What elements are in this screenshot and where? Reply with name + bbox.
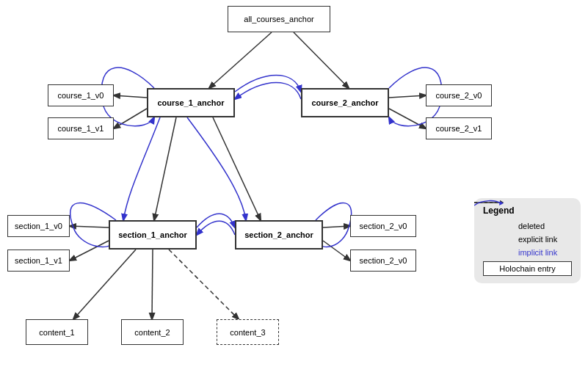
svg-line-5 — [389, 109, 426, 128]
svg-line-2 — [114, 95, 147, 98]
section-2-v0-top-node: section_2_v0 — [350, 215, 416, 237]
section-2-v0-bot-node: section_2_v0 — [350, 250, 416, 272]
course-1-v1-node: course_1_v1 — [48, 117, 114, 139]
svg-line-8 — [70, 226, 109, 227]
explicit-line-icon — [483, 235, 512, 244]
legend-implicit-label: implicit link — [518, 248, 557, 257]
content-1-node: content_1 — [26, 319, 88, 345]
legend-deleted: deleted — [483, 222, 572, 230]
all-courses-anchor-label: all_courses_anchor — [244, 15, 313, 23]
section-2-v0-top-label: section_2_v0 — [360, 222, 407, 230]
deleted-line-icon — [483, 222, 512, 230]
legend-explicit: explicit link — [483, 235, 572, 244]
section-2-v0-bot-label: section_2_v0 — [360, 256, 407, 265]
svg-line-6 — [154, 117, 176, 220]
content-2-label: content_2 — [134, 328, 170, 337]
svg-line-4 — [389, 95, 426, 98]
section-2-anchor-node: section_2_anchor — [235, 220, 323, 250]
implicit-line-icon — [483, 248, 512, 257]
svg-line-3 — [114, 109, 147, 128]
section-1-v0-label: section_1_v0 — [15, 222, 62, 230]
legend-holochain-entry: Holochain entry — [483, 261, 572, 276]
course-2-v1-node: course_2_v1 — [426, 117, 492, 139]
course-1-anchor-node: course_1_anchor — [147, 88, 235, 117]
svg-line-9 — [70, 241, 109, 261]
legend-explicit-label: explicit link — [518, 235, 557, 244]
course-2-v0-node: course_2_v0 — [426, 84, 492, 106]
course-2-v1-label: course_2_v1 — [436, 124, 482, 133]
course-1-anchor-label: course_1_anchor — [157, 98, 224, 107]
svg-line-0 — [209, 32, 272, 88]
legend-deleted-label: deleted — [518, 222, 545, 230]
legend-entry-label: Holochain entry — [499, 264, 555, 273]
svg-line-12 — [73, 250, 136, 319]
svg-line-7 — [213, 117, 261, 220]
content-3-node: content_3 — [217, 319, 279, 345]
course-1-v1-label: course_1_v1 — [58, 124, 104, 133]
all-courses-anchor-node: all_courses_anchor — [228, 6, 330, 32]
course-1-v0-node: course_1_v0 — [48, 84, 114, 106]
svg-line-13 — [152, 250, 153, 319]
course-2-anchor-label: course_2_anchor — [311, 98, 378, 107]
section-2-anchor-label: section_2_anchor — [244, 230, 313, 239]
section-1-anchor-node: section_1_anchor — [109, 220, 197, 250]
content-1-label: content_1 — [39, 328, 74, 337]
svg-line-10 — [323, 226, 350, 227]
course-2-anchor-node: course_2_anchor — [301, 88, 389, 117]
content-2-node: content_2 — [121, 319, 184, 345]
section-1-v0-node: section_1_v0 — [7, 215, 70, 237]
legend-implicit: implicit link — [483, 248, 572, 257]
svg-line-11 — [323, 241, 350, 261]
section-1-v1-label: section_1_v1 — [15, 256, 62, 265]
course-2-v0-label: course_2_v0 — [436, 91, 482, 100]
section-1-anchor-label: section_1_anchor — [118, 230, 187, 239]
svg-line-14 — [169, 250, 239, 319]
content-3-label: content_3 — [230, 328, 265, 337]
legend-title: Legend — [483, 205, 572, 216]
legend-panel: Legend deleted explicit link implicit li… — [474, 198, 581, 283]
course-1-v0-label: course_1_v0 — [58, 91, 104, 100]
svg-line-1 — [294, 32, 349, 88]
svg-marker-16 — [500, 200, 504, 205]
svg-marker-18 — [500, 200, 504, 205]
section-1-v1-node: section_1_v1 — [7, 250, 70, 272]
